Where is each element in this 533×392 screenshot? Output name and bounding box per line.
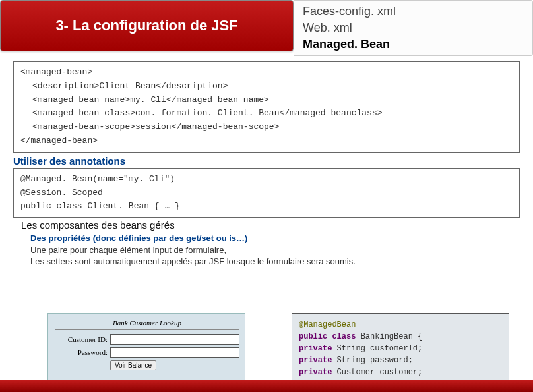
form-row-button: Voir Balance: [55, 360, 239, 370]
code-line: private String customerId;: [299, 343, 502, 354]
label-customer-id: Customer ID:: [55, 335, 108, 343]
side-list: Faces-config. xml Web. xml Managed. Bean: [294, 0, 533, 56]
ann-line: @Managed. Bean(name="my. Cli"): [20, 173, 513, 186]
ann-line: public class Client. Bean { … }: [20, 200, 513, 213]
header-row: 3- La configuration de JSF Faces-config.…: [0, 0, 533, 56]
annotations-box: @Managed. Bean(name="my. Cli") @Session.…: [13, 168, 520, 218]
label-password: Password:: [55, 349, 108, 356]
form-title: Bank Customer Lookup: [55, 319, 239, 330]
bottom-area: Bank Customer Lookup Customer ID: Passwo…: [0, 308, 533, 392]
side-item-web-xml: Web. xml: [303, 21, 523, 35]
properties-line: Une paire pour chaque élément input de f…: [30, 245, 520, 255]
code-line: private String password;: [299, 354, 502, 366]
java-code-panel: @ManagedBean public class BankingBean { …: [292, 313, 509, 383]
properties-line: Les setters sont automatiquement appelés…: [30, 256, 520, 266]
xml-line: <managed bean class>com. formation. Clie…: [20, 107, 513, 121]
code-line: public class BankingBean {: [299, 331, 502, 343]
ann-line: @Session. Scoped: [20, 186, 513, 200]
form-row-customer-id: Customer ID:: [55, 334, 239, 345]
xml-line: <description>Client Bean</description>: [20, 80, 513, 94]
components-heading: Les composantes des beans gérés: [21, 219, 520, 231]
annotations-heading: Utiliser des annotations: [13, 155, 520, 167]
xml-line: <managed-bean>: [20, 66, 513, 80]
slide-title: 3- La configuration de JSF: [0, 0, 294, 51]
code-line: @ManagedBean: [299, 319, 502, 331]
voir-balance-button[interactable]: Voir Balance: [110, 360, 156, 370]
xml-line: </managed-bean>: [20, 134, 513, 148]
managed-bean-xml-box: <managed-bean> <description>Client Bean<…: [13, 61, 520, 153]
footer-bar: [0, 380, 533, 392]
side-item-managed-bean: Managed. Bean: [303, 38, 523, 51]
code-line: private Customer customer;: [299, 366, 502, 378]
form-row-password: Password:: [55, 347, 239, 358]
properties-title: Des propriétés (donc définies par des ge…: [30, 233, 520, 243]
input-customer-id[interactable]: [110, 334, 239, 345]
properties-block: Des propriétés (donc définies par des ge…: [30, 233, 520, 266]
xml-line: <managed bean name>my. Cli</managed bean…: [20, 94, 513, 107]
bank-form-panel: Bank Customer Lookup Customer ID: Passwo…: [47, 313, 245, 383]
xml-line: <managed-bean-scope>session</managed-bea…: [20, 121, 513, 134]
side-item-faces-config: Faces-config. xml: [303, 5, 523, 18]
input-password[interactable]: [110, 347, 239, 358]
